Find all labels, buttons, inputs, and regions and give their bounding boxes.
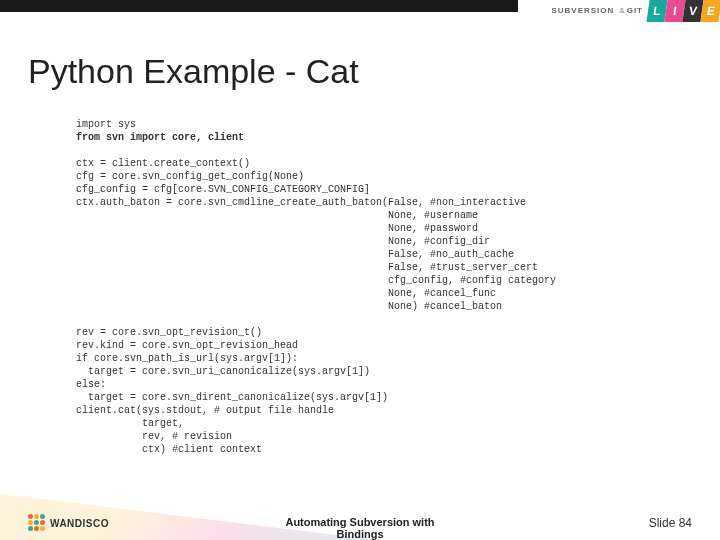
brand-git: GIT [627,6,643,15]
wandisco-logo: WANDISCO [28,514,109,532]
footer-title: Automating Subversion with Bindings [285,516,434,540]
brand-area: SUBVERSION & GIT L I V E [551,0,720,22]
code-line: import sys [76,119,136,130]
slide-number: Slide 84 [649,516,692,530]
code-section: ctx = client.create_context() cfg = core… [76,158,556,312]
code-block: import sys from svn import core, client … [76,118,556,456]
live-letter: E [700,0,720,22]
wandisco-text: WANDISCO [50,518,109,529]
top-bar-stripe [0,0,518,12]
brand-subversion: SUBVERSION [551,6,614,15]
live-logo: L I V E [648,0,720,22]
slide-title: Python Example - Cat [28,52,359,91]
bottom-bar: WANDISCO Automating Subversion with Bind… [0,494,720,540]
brand-ampersand: & [619,6,624,15]
code-section: rev = core.svn_opt_revision_t() rev.kind… [76,327,388,455]
code-line-bold: from svn import core, client [76,132,244,143]
logo-dots-icon [28,514,46,532]
top-bar: SUBVERSION & GIT L I V E [0,0,720,30]
